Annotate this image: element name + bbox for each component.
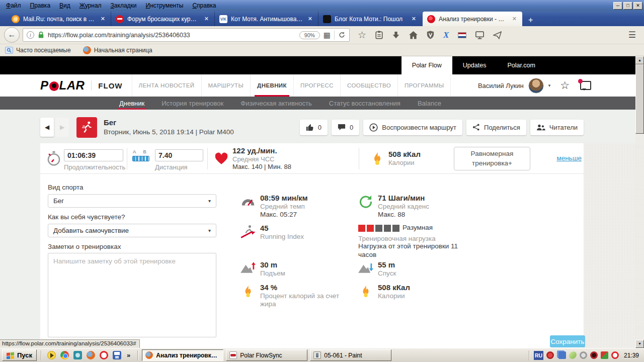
show-less-link[interactable]: меньше <box>556 154 582 162</box>
feeling-select[interactable]: Добавить самочувствие ▾ <box>48 224 216 237</box>
shield-icon[interactable] <box>427 31 434 39</box>
duration-input[interactable] <box>64 149 123 161</box>
back-button[interactable]: ← <box>4 27 20 43</box>
like-button[interactable]: 0 <box>300 120 328 135</box>
quicklaunch-save-icon[interactable] <box>113 351 121 359</box>
quicklaunch-opera-icon[interactable] <box>100 351 108 359</box>
topbar-updates[interactable]: Updates <box>452 56 497 74</box>
address-url[interactable]: https://flow.polar.com/training/analysis… <box>48 32 296 39</box>
nav-progress[interactable]: ПРОГРЕСС <box>293 74 340 97</box>
scrollbar-thumb[interactable] <box>635 64 644 134</box>
url-bar[interactable]: i https://flow.polar.com/training/analys… <box>23 28 350 42</box>
previous-session-button[interactable]: ◀ <box>40 118 54 137</box>
notifications-chat-icon[interactable] <box>580 81 591 90</box>
avg-pace-label: Средний темп <box>260 203 308 211</box>
subnav-diary[interactable]: Дневник <box>119 97 144 110</box>
netherlands-flag-icon[interactable] <box>458 32 466 38</box>
subnav-history[interactable]: История тренировок <box>162 97 223 110</box>
quicklaunch-player-icon[interactable] <box>47 351 56 359</box>
tray-icon-4[interactable] <box>580 351 587 359</box>
replay-route-button[interactable]: Воспроизвести маршрут <box>363 120 462 135</box>
start-button[interactable]: Пуск <box>2 349 37 361</box>
bookmark-frequent[interactable]: Часто посещаемые <box>5 47 71 54</box>
tab-close-icon[interactable]: ✕ <box>511 16 518 22</box>
menu-tools[interactable]: Инструменты <box>141 1 188 11</box>
taskbar-window-flowsync[interactable]: Polar FlowSync <box>226 349 307 361</box>
share-button[interactable]: Поделиться <box>466 120 526 135</box>
bookmark-star-icon[interactable]: ☆ <box>358 29 366 41</box>
menu-help[interactable]: Справка <box>188 1 220 11</box>
quicklaunch-chrome-icon[interactable] <box>60 351 69 359</box>
send-tab-icon[interactable] <box>493 31 502 39</box>
tab-vk[interactable]: VK Кот Мотя. Антимышовая ко… ✕ <box>214 12 318 26</box>
avatar[interactable] <box>528 78 544 94</box>
menu-view[interactable]: Вид <box>55 1 75 11</box>
chevron-down-icon[interactable]: ▾ <box>548 83 551 88</box>
minimize-button[interactable]: ─ <box>613 2 622 10</box>
favorites-star-icon[interactable]: ☆ <box>560 79 570 92</box>
tray-icon-1[interactable] <box>546 351 554 359</box>
nav-diary[interactable]: ДНЕВНИК <box>250 74 293 97</box>
training-benefit-box[interactable]: Равномерная тренировка+ <box>454 147 530 170</box>
menu-edit[interactable]: Правка <box>26 1 55 11</box>
menu-hamburger-icon[interactable]: ☰ <box>628 30 636 40</box>
quicklaunch-app-icon[interactable] <box>73 351 82 359</box>
subnav-activity[interactable]: Физическая активность <box>240 97 312 110</box>
tab-close-icon[interactable]: ✕ <box>203 16 210 22</box>
home-icon[interactable] <box>409 31 418 39</box>
tab-mailru[interactable]: @ Mail.Ru: почта, поиск в инт… ✕ <box>7 12 111 26</box>
menu-file[interactable]: Файл <box>2 1 26 11</box>
restore-button[interactable]: □ <box>623 2 632 10</box>
polar-logo[interactable]: PLAR <box>40 78 85 93</box>
tray-icon-2[interactable] <box>558 351 566 359</box>
nav-feed[interactable]: ЛЕНТА НОВОСТЕЙ <box>132 74 201 97</box>
tray-icon-5[interactable] <box>590 351 598 359</box>
menu-bookmarks[interactable]: Закладки <box>106 1 141 11</box>
tab-close-icon[interactable]: ✕ <box>307 16 313 22</box>
nav-programs[interactable]: ПРОГРАММЫ <box>397 74 451 97</box>
nav-community[interactable]: СООБЩЕСТВО <box>340 74 397 97</box>
site-info-icon[interactable]: i <box>27 31 34 39</box>
vertical-scrollbar[interactable]: ▲ ▼ <box>635 56 644 348</box>
taskbar-window-firefox[interactable]: Анализ тренировки - ... <box>142 349 223 361</box>
quicklaunch-overflow-chevron[interactable]: » <box>126 351 131 359</box>
save-button[interactable]: Сохранить <box>550 335 585 347</box>
tab-close-icon[interactable]: ✕ <box>411 16 417 22</box>
user-name[interactable]: Василий Лукин <box>478 82 524 89</box>
menu-history[interactable]: Журнал <box>75 1 106 11</box>
quicklaunch-firefox-icon[interactable] <box>87 351 95 359</box>
subnav-balance[interactable]: Balance <box>418 97 441 110</box>
tab-close-icon[interactable]: ✕ <box>100 16 106 22</box>
bookmark-home-page[interactable]: Начальная страница <box>83 46 152 54</box>
tab-polar-active[interactable]: Анализ тренировки - Polar F… ✕ <box>423 12 522 26</box>
comment-button[interactable]: 0 <box>332 120 359 135</box>
sport-type-select[interactable]: Бег ▾ <box>48 194 216 208</box>
subnav-recovery[interactable]: Статус восстановления <box>329 97 400 110</box>
screenshot-monitor-icon[interactable] <box>475 31 484 39</box>
topbar-polar-flow[interactable]: Polar Flow <box>401 56 452 74</box>
tab-forum[interactable]: Форум бросающих курить ✕ <box>111 12 214 26</box>
clipboard-icon[interactable] <box>375 31 383 39</box>
scroll-up-arrow[interactable]: ▲ <box>635 56 644 64</box>
tab-blog[interactable]: Блог Кота Моти.: Пошол ✕ <box>318 12 422 26</box>
tray-icon-3[interactable] <box>569 351 577 359</box>
notes-textarea[interactable] <box>48 253 216 337</box>
cadence-value: 71 Шаги/мин <box>378 194 429 203</box>
new-tab-button[interactable]: + <box>522 16 539 26</box>
zoom-level-badge[interactable]: 90% <box>299 31 320 39</box>
close-button[interactable]: ✕ <box>633 2 642 10</box>
download-icon[interactable] <box>392 31 400 39</box>
followers-button[interactable]: Читатели <box>530 120 584 135</box>
nav-routes[interactable]: МАРШРУТЫ <box>201 74 251 97</box>
x-extension-icon[interactable]: X <box>443 30 449 40</box>
tray-icon-7[interactable] <box>611 351 619 359</box>
topbar-polar-com[interactable]: Polar.com <box>497 56 546 74</box>
reload-icon[interactable] <box>338 31 346 39</box>
scroll-down-arrow[interactable]: ▼ <box>635 340 644 348</box>
page-tiles-icon[interactable]: ▦ <box>324 31 331 40</box>
distance-input[interactable] <box>155 149 203 161</box>
toolbar-extensions: ☆ X <box>358 29 502 41</box>
tray-icon-6[interactable] <box>601 351 608 359</box>
language-indicator[interactable]: RU <box>534 351 543 360</box>
taskbar-window-paint[interactable]: 05-061 - Paint <box>310 349 391 361</box>
